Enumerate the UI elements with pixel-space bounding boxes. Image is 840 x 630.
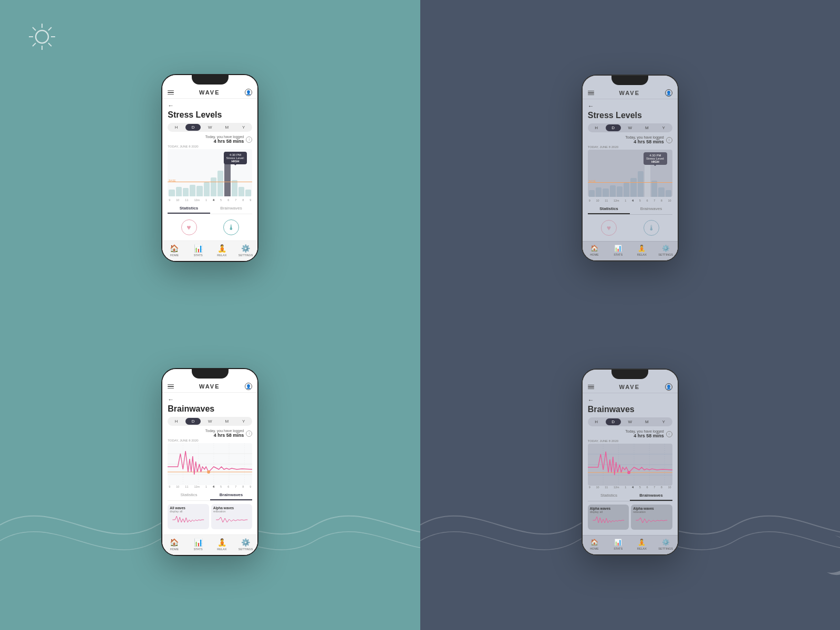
back-arrow-3[interactable]: ← <box>588 102 672 110</box>
tab-statistics[interactable]: Statistics <box>168 204 210 214</box>
nav-relax-3[interactable]: 🧘 RELAX <box>630 245 654 256</box>
period-M-4[interactable]: M <box>639 418 655 425</box>
period-Y-2[interactable]: Y <box>236 418 251 425</box>
period-D-4[interactable]: D <box>606 418 621 425</box>
phone-notch-4 <box>611 370 648 379</box>
nav-relax-label-2: RELAX <box>217 548 226 551</box>
info-row-3: Today, you have logged 4 hrs 58 mins i <box>588 135 672 144</box>
period-H-3[interactable]: H <box>589 124 604 131</box>
info-icon[interactable]: i <box>246 136 252 143</box>
nav-home-label-2: HOME <box>170 548 179 551</box>
period-Y-3[interactable]: Y <box>656 124 671 131</box>
wave-card-alpha-title-dark: Alpha waves <box>633 507 670 510</box>
wave-card-alpha-title: Alpha waves <box>213 506 251 510</box>
period-H[interactable]: H <box>169 124 184 131</box>
svg-line-5 <box>33 27 36 30</box>
wave-card-all[interactable]: All waves display all <box>168 504 209 529</box>
period-M-2[interactable]: M <box>219 418 234 425</box>
nav-home-3[interactable]: 🏠 HOME <box>583 245 606 256</box>
brainwave-chart-dark <box>588 444 672 486</box>
nav-stats-label-4: STATS <box>614 547 623 550</box>
tab-statistics-4[interactable]: Statistics <box>588 491 630 501</box>
period-H-4[interactable]: H <box>589 418 604 425</box>
tab-brainwaves[interactable]: Brainwaves <box>210 204 253 214</box>
wave-card-alpha-subtitle: relaxation <box>213 510 251 513</box>
period-Y-4[interactable]: Y <box>656 418 671 425</box>
period-W-4[interactable]: W <box>623 418 638 425</box>
nav-home[interactable]: 🏠 HOME <box>162 244 186 257</box>
back-arrow-2[interactable]: ← <box>168 396 252 403</box>
nav-relax-2[interactable]: 🧘 RELAX <box>210 538 234 551</box>
phone-bottom-left: WAVE 👤 ← Brainwaves H D W M Y Today, you… <box>161 368 258 556</box>
info-text-5: Today, you have logged <box>625 135 663 139</box>
stats-icons-row: ♥ 🌡 <box>168 217 252 237</box>
chart-date-label-2: TODAY, JUNE 8 2020 <box>168 439 252 442</box>
bottom-nav-3: 🏠 HOME 📊 STATS 🧘 RELAX ⚙️ SETTINGS <box>583 241 678 260</box>
period-M-3[interactable]: M <box>639 124 655 131</box>
svg-point-0 <box>36 30 48 43</box>
chart-date-label-4: TODAY, JUNE 8 2020 <box>588 439 672 443</box>
tab-statistics-2[interactable]: Statistics <box>168 490 210 500</box>
hamburger-icon-3 <box>588 91 594 96</box>
user-icon-3: 👤 <box>665 89 672 97</box>
tab-brainwaves-3[interactable]: Brainwaves <box>630 204 672 214</box>
period-W-2[interactable]: W <box>202 418 217 425</box>
nav-relax[interactable]: 🧘 RELAX <box>210 244 234 257</box>
nav-home-2[interactable]: 🏠 HOME <box>162 538 186 551</box>
nav-stats-label-2: STATS <box>194 548 203 551</box>
nav-relax-4[interactable]: 🧘 RELAX <box>630 539 654 550</box>
info-icon-2[interactable]: i <box>246 430 252 437</box>
tab-statistics-3[interactable]: Statistics <box>588 204 630 214</box>
chart-tooltip: 4:30 PM Stress Level: HIGH <box>224 152 247 164</box>
time-axis-2: 9 10 11 12m 1 4 5 6 7 8 9 <box>168 485 252 488</box>
nav-settings-3[interactable]: ⚙️ SETTINGS <box>654 245 678 256</box>
svg-line-7 <box>48 27 51 30</box>
stat-heart-dark: ♥ <box>601 220 617 236</box>
back-arrow[interactable]: ← <box>168 102 252 109</box>
nav-relax-label-3: RELAX <box>637 253 647 256</box>
info-row-2: Today, you have logged 4 hrs 58 mins i <box>168 429 252 438</box>
bar-chart-stress-light: BASE 4:30 PM Stress Level: HIGH <box>168 149 252 196</box>
wave-card-alpha[interactable]: Alpha waves relaxation <box>211 504 253 529</box>
thermometer-icon-circle: 🌡 <box>223 219 239 235</box>
sun-decoration <box>26 21 58 52</box>
thermometer-icon-circle-dark: 🌡 <box>644 220 659 236</box>
header-logo: WAVE <box>199 89 220 96</box>
period-W[interactable]: W <box>202 124 217 131</box>
nav-stats-3[interactable]: 📊 STATS <box>606 245 630 256</box>
period-D-3[interactable]: D <box>606 124 621 131</box>
nav-settings-4[interactable]: ⚙️ SETTINGS <box>654 539 678 550</box>
info-icon-4[interactable]: i <box>666 431 672 437</box>
back-arrow-4[interactable]: ← <box>588 396 672 404</box>
chart-date-label: TODAY, JUNE 8 2020 <box>168 145 252 148</box>
phone-header-3: WAVE 👤 <box>583 87 678 99</box>
phone-notch <box>192 75 229 85</box>
nav-settings-label-4: SETTINGS <box>658 547 673 550</box>
wave-card-all-subtitle: display all <box>170 510 207 513</box>
brainwave-chart-light <box>168 443 252 485</box>
nav-stats[interactable]: 📊 STATS <box>186 244 210 257</box>
period-Y[interactable]: Y <box>236 124 251 131</box>
period-W-3[interactable]: W <box>623 124 638 131</box>
nav-stats-4[interactable]: 📊 STATS <box>606 539 630 550</box>
nav-settings[interactable]: ⚙️ SETTINGS <box>234 244 257 257</box>
nav-settings-2[interactable]: ⚙️ SETTINGS <box>234 538 257 551</box>
nav-stats-2[interactable]: 📊 STATS <box>186 538 210 551</box>
period-D-2[interactable]: D <box>185 418 201 425</box>
tab-brainwaves-2[interactable]: Brainwaves <box>210 490 253 500</box>
phone-content-brain-dark: ← Brainwaves H D W M Y Today, you have l… <box>583 393 678 535</box>
info-icon-3[interactable]: i <box>666 137 672 143</box>
tab-switcher-3: Statistics Brainwaves <box>588 204 672 215</box>
period-D[interactable]: D <box>185 124 201 131</box>
tab-switcher-2: Statistics Brainwaves <box>168 490 252 501</box>
wave-card-alpha-dark[interactable]: Alpha waves relaxation <box>631 505 672 530</box>
info-text-3: Today, you have logged <box>205 429 244 433</box>
info-text-2: 4 hrs 58 mins <box>205 139 244 144</box>
tab-brainwaves-4[interactable]: Brainwaves <box>630 491 672 501</box>
info-text-6: 4 hrs 58 mins <box>625 139 663 144</box>
period-H-2[interactable]: H <box>169 418 184 425</box>
nav-home-4[interactable]: 🏠 HOME <box>583 539 606 550</box>
period-M[interactable]: M <box>219 124 234 131</box>
phone-header: WAVE 👤 <box>162 87 257 99</box>
wave-card-all-dark[interactable]: Alpha waves display all <box>588 505 629 530</box>
